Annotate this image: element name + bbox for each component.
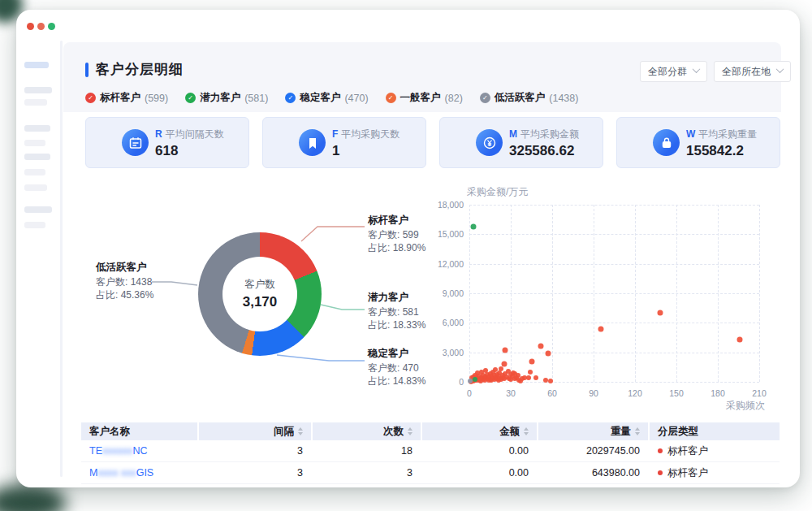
app-window: 客户分层明细 全部分群 全部所在地 ✓ 标杆客户 (599) ✓ 潜力客户 (5… [16,10,800,487]
sort-icon[interactable] [524,427,529,435]
legend-label: 低活跃客户 [495,91,546,105]
kpi-label: 平均采购天数 [341,128,400,140]
kpi-label: 平均采购金额 [520,128,579,140]
legend-item-benchmark[interactable]: ✓ 标杆客户 (599) [85,91,168,105]
sidebar-skeleton-bar [24,140,45,146]
cell-times: 18 [313,440,421,461]
filter-bar: 全部分群 全部所在地 [640,61,791,82]
group-filter-label: 全部分群 [648,65,687,79]
sort-icon[interactable] [408,427,412,435]
bookmark-icon [299,129,326,156]
donut-center-value: 3,170 [243,294,278,310]
segment-legend: ✓ 标杆客户 (599) ✓ 潜力客户 (581) ✓ 稳定客户 (470) ✓… [85,91,578,105]
cell-amount: 0.00 [422,462,537,483]
cell-amount: 0.00 [422,440,537,461]
check-badge-icon: ✓ [480,93,490,103]
legend-item-potential[interactable]: ✓ 潜力客户 (581) [185,91,268,105]
customer-name-link[interactable]: TExxxxxxNC [81,440,197,461]
sidebar-skeleton-bar [24,125,50,132]
table-row[interactable]: TExxxxxxNC 3 18 0.00 2029745.00 标杆客户 [81,440,780,462]
kpi-value: 155842.2 [686,143,757,159]
legend-label: 一般客户 [400,91,441,105]
chevron-down-icon [693,65,701,73]
legend-count: (1438) [549,93,578,104]
check-badge-icon: ✓ [285,93,296,103]
kpi-value: 618 [155,143,224,159]
sidebar-skeleton-bar [24,206,52,213]
scatter-x-axis-title: 采购频次 [726,399,765,413]
cell-gap: 3 [199,440,311,461]
cell-times: 3 [313,462,421,483]
column-header-weight[interactable]: 重量 [538,422,648,440]
kpi-card-recency: R平均间隔天数 618 [85,117,249,168]
yen-coin-icon [476,129,503,156]
sort-icon[interactable] [298,427,303,435]
redacted-text: xxxxxx [102,445,133,457]
sidebar-skeleton-bar [24,154,50,160]
calendar-icon [122,129,149,156]
kpi-letter: M [509,128,517,140]
column-header-type: 分层类型 [650,422,780,440]
customer-table: 客户名称 间隔 次数 金额 重量 分层类型 TExxxxxxNC 3 18 0.… [81,422,780,484]
scatter-plot-area: 03,0006,0009,00012,00015,00018,000030609… [469,205,759,382]
legend-count: (581) [244,93,268,104]
kpi-letter: R [155,128,162,140]
sidebar-skeleton-bar [24,222,45,228]
group-filter-dropdown[interactable]: 全部分群 [640,61,707,82]
window-close-dot[interactable] [27,23,34,30]
purchase-scatter-chart: 采购金额/万元 采购频次 03,0006,0009,00012,00015,00… [451,183,788,418]
cell-weight: 643980.00 [538,462,648,483]
column-header-name: 客户名称 [81,422,197,440]
title-accent-bar [85,63,89,77]
location-filter-label: 全部所在地 [722,65,771,79]
window-zoom-dot[interactable] [48,23,55,30]
kpi-letter: F [332,128,338,140]
table-header: 客户名称 间隔 次数 金额 重量 分层类型 [81,422,780,440]
legend-count: (82) [445,93,463,104]
sidebar-skeleton-bar [24,99,47,106]
cell-gap: 3 [199,462,311,483]
customer-donut-chart: 客户数 3,170 标杆客户 客户数: 599 占比: 18.90% 潜力客户 … [69,175,430,414]
sidebar-skeleton-bar [24,184,47,191]
legend-item-stable[interactable]: ✓ 稳定客户 (470) [285,91,368,105]
donut-center: 客户数 3,170 [222,257,297,331]
legend-label: 标杆客户 [100,91,140,105]
kpi-label: 平均间隔天数 [166,128,224,140]
sidebar-skeleton-bar [24,87,52,93]
sidebar-skeleton-bar [24,62,49,68]
donut-label-inactive: 低活跃客户 客户数: 1438 占比: 45.36% [96,261,185,301]
sort-icon[interactable] [635,427,640,435]
donut-center-label: 客户数 [244,278,275,292]
page-background-blob-bottom [0,484,67,511]
legend-count: (470) [344,93,368,104]
column-header-times[interactable]: 次数 [313,422,421,440]
customer-name-link[interactable]: Mxxxx xxxGIS [81,462,197,483]
kpi-letter: W [686,128,695,140]
kpi-card-frequency: F平均采购天数 1 [262,117,426,168]
type-dot-icon [658,448,663,453]
redacted-text: xxxx xxx [97,467,136,479]
page-title: 客户分层明细 [96,60,184,79]
kpi-value: 1 [332,143,400,159]
table-row[interactable]: Mxxxx xxxGIS 3 3 0.00 643980.00 标杆客户 [81,462,780,484]
cell-type: 标杆客户 [650,462,780,483]
weight-bag-icon [653,129,680,156]
legend-item-general[interactable]: ✓ 一般客户 (82) [386,91,463,105]
chevron-down-icon [776,65,784,73]
window-controls [27,23,55,30]
legend-item-inactive[interactable]: ✓ 低活跃客户 (1438) [480,91,579,105]
kpi-value: 325586.62 [509,143,579,159]
kpi-card-weight: W平均采购重量 155842.2 [616,117,780,168]
kpi-label: 平均采购重量 [698,128,757,140]
cell-type: 标杆客户 [650,440,780,461]
column-header-amount[interactable]: 金额 [422,422,537,440]
location-filter-dropdown[interactable]: 全部所在地 [714,61,791,82]
column-header-gap[interactable]: 间隔 [199,422,311,440]
type-dot-icon [658,470,663,475]
kpi-card-monetary: M平均采购金额 325586.62 [439,117,603,168]
window-minimize-dot[interactable] [37,23,45,30]
check-badge-icon: ✓ [85,93,96,103]
legend-count: (599) [145,93,168,104]
kpi-cards: R平均间隔天数 618 F平均采购天数 1 M平均采购金额 325586.62 [85,117,780,168]
sidebar-divider [60,41,63,477]
